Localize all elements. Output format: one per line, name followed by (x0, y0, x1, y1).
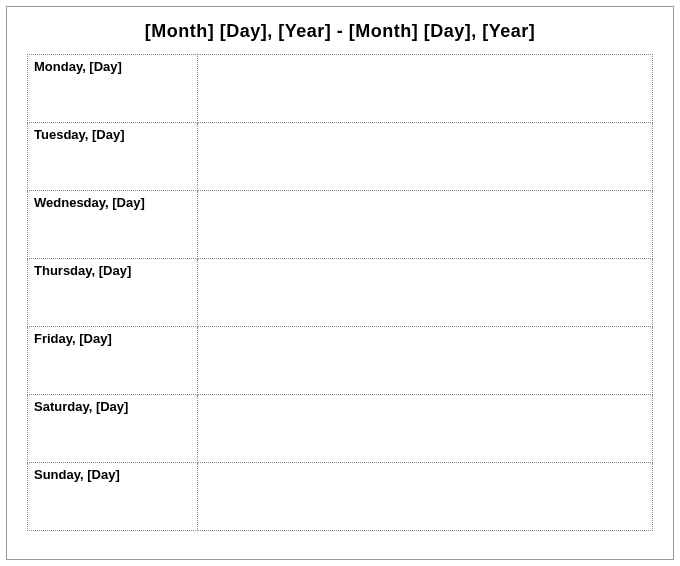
week-table: Monday, [Day] Tuesday, [Day] Wednesday, … (27, 54, 653, 531)
table-row: Wednesday, [Day] (28, 191, 653, 259)
day-label-wednesday: Wednesday, [Day] (28, 191, 198, 259)
day-content-wednesday[interactable] (198, 191, 653, 259)
day-content-tuesday[interactable] (198, 123, 653, 191)
weekly-planner-page: [Month] [Day], [Year] - [Month] [Day], [… (6, 6, 674, 560)
table-row: Sunday, [Day] (28, 463, 653, 531)
table-row: Friday, [Day] (28, 327, 653, 395)
day-label-friday: Friday, [Day] (28, 327, 198, 395)
day-label-monday: Monday, [Day] (28, 55, 198, 123)
day-content-saturday[interactable] (198, 395, 653, 463)
day-label-saturday: Saturday, [Day] (28, 395, 198, 463)
table-row: Thursday, [Day] (28, 259, 653, 327)
day-content-thursday[interactable] (198, 259, 653, 327)
day-content-sunday[interactable] (198, 463, 653, 531)
table-row: Monday, [Day] (28, 55, 653, 123)
date-range-title: [Month] [Day], [Year] - [Month] [Day], [… (27, 21, 653, 42)
day-label-thursday: Thursday, [Day] (28, 259, 198, 327)
table-row: Tuesday, [Day] (28, 123, 653, 191)
day-label-sunday: Sunday, [Day] (28, 463, 198, 531)
day-content-friday[interactable] (198, 327, 653, 395)
table-row: Saturday, [Day] (28, 395, 653, 463)
day-content-monday[interactable] (198, 55, 653, 123)
day-label-tuesday: Tuesday, [Day] (28, 123, 198, 191)
